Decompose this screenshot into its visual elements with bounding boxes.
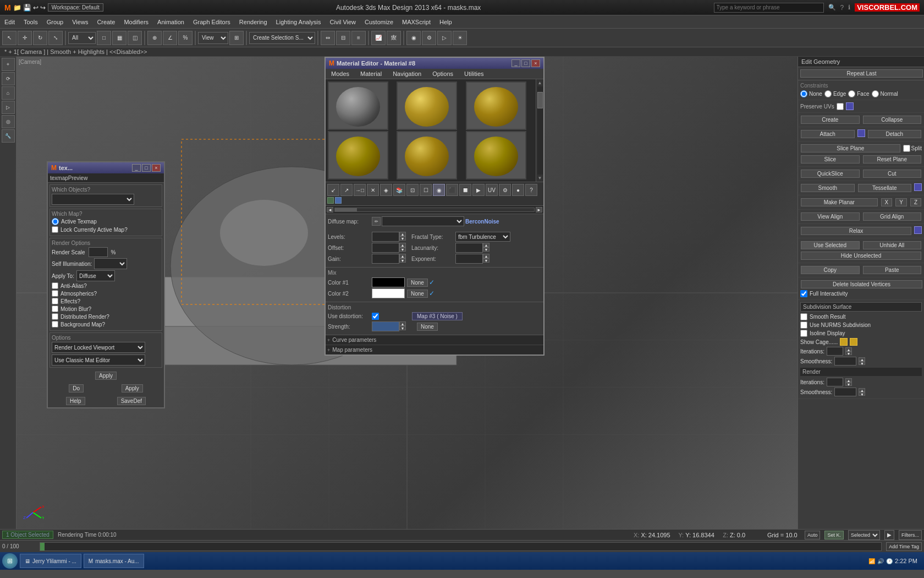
mat-select-by[interactable]: ⊡ — [406, 184, 419, 196]
constraint-face-radio[interactable] — [848, 90, 855, 97]
tex-render-scale-input[interactable]: 100 — [89, 247, 108, 257]
iter-up[interactable]: ▲ — [845, 347, 852, 351]
info-icon[interactable]: ℹ — [848, 4, 850, 11]
mat-spheres-scrollbar[interactable]: ▲ ▼ — [536, 79, 543, 182]
slice-plane-btn[interactable]: Slice Plane — [801, 144, 900, 152]
selected-mode-select[interactable]: Selected — [848, 530, 880, 540]
repeat-last-btn[interactable]: Repeat Last — [800, 69, 923, 78]
detach-btn[interactable]: Detach — [868, 130, 922, 138]
render-iter-down[interactable]: ▼ — [845, 382, 852, 386]
tex-help-btn[interactable]: Help — [66, 397, 85, 405]
render-iter-up[interactable]: ▲ — [845, 378, 852, 382]
add-time-tag-btn[interactable]: Add Time Tag — [886, 542, 922, 551]
smooth-result-check[interactable] — [800, 313, 807, 320]
diffuse-eyedropper[interactable]: ✏ — [372, 217, 381, 226]
iter-down[interactable]: ▼ — [845, 351, 852, 355]
set-key-btn[interactable]: Set K. — [824, 531, 844, 539]
cut-btn[interactable]: Cut — [863, 170, 922, 178]
schematic-btn[interactable]: 🕸 — [387, 31, 401, 45]
snap-3d[interactable]: ⊕ — [147, 31, 162, 45]
auto-key-btn[interactable]: Auto — [805, 531, 821, 539]
color2-swatch[interactable] — [372, 288, 405, 298]
x-btn[interactable]: X — [881, 198, 893, 206]
create-btn[interactable]: Create — [801, 116, 860, 124]
menu-modifiers[interactable]: Modifiers — [119, 18, 153, 26]
constraint-none-radio[interactable] — [800, 90, 807, 97]
tex-panel-minimize[interactable]: _ — [132, 164, 141, 172]
y-btn[interactable]: Y — [895, 198, 907, 206]
smooth-btn[interactable]: Smooth — [801, 184, 855, 192]
tex-apply-btn[interactable]: Apply — [95, 372, 117, 380]
gain-input[interactable]: 5.0 — [372, 254, 399, 264]
select-btn[interactable]: □ — [97, 31, 111, 45]
lacunarity-down[interactable]: ▼ — [483, 247, 490, 252]
menu-create[interactable]: Create — [92, 18, 119, 26]
mat-clear[interactable]: ☐ — [420, 184, 432, 196]
mirror-btn[interactable]: ⇔ — [321, 31, 335, 45]
diffuse-map-select[interactable]: Map #1 — [382, 216, 464, 226]
menu-animation[interactable]: Animation — [153, 18, 189, 26]
mat-editor-minimize[interactable]: _ — [512, 59, 520, 67]
tex-distributed-render-check[interactable] — [52, 313, 58, 320]
workspace-selector[interactable]: Workspace: Default — [48, 3, 103, 12]
tex-atmospherics-check[interactable] — [52, 290, 58, 297]
exponent-spinner[interactable]: ▲ ▼ — [483, 254, 490, 264]
mat-editor-restore[interactable]: □ — [521, 59, 530, 67]
render-smoothness-input[interactable]: 1.0 — [834, 388, 856, 396]
mat-sphere-5[interactable] — [397, 131, 457, 179]
offset-input[interactable]: 0.0 — [372, 243, 399, 253]
strength-spinner[interactable]: ▲ ▼ — [399, 321, 406, 331]
use-distortion-check[interactable] — [372, 313, 379, 320]
use-selected-btn[interactable]: Use Selected — [801, 241, 860, 249]
mat-scroll-up[interactable]: ▲ — [538, 80, 542, 85]
menu-group[interactable]: Group — [42, 18, 68, 26]
levels-input[interactable]: 3.0 — [372, 232, 399, 242]
mat-nav-left[interactable]: ◄ — [327, 207, 333, 212]
smooth-down[interactable]: ▼ — [859, 361, 865, 365]
mat-sphere-2[interactable] — [397, 81, 457, 130]
help-icon[interactable]: ? — [840, 4, 844, 12]
relax-btn[interactable]: Relax — [801, 227, 911, 235]
color2-check[interactable]: ✓ — [429, 290, 435, 297]
mat-get-material[interactable]: ↙ — [327, 184, 339, 196]
mat-make-unique[interactable]: ◈ — [380, 184, 392, 196]
render-smooth-down[interactable]: ▼ — [859, 392, 865, 396]
tex-apply-to-select[interactable]: Diffuse — [76, 270, 115, 281]
mat-options[interactable]: ⚙ — [499, 184, 511, 196]
gain-down[interactable]: ▼ — [399, 258, 406, 263]
show-cage-color1[interactable] — [840, 338, 848, 346]
mat-reset[interactable]: ✕ — [367, 184, 379, 196]
use-nurms-row[interactable]: Use NURMS Subdivision — [800, 321, 922, 329]
filter-select[interactable]: All — [68, 32, 96, 44]
tex-savedef-btn[interactable]: SaveDef — [117, 397, 146, 405]
iterations-display-spinner[interactable]: ▲ ▼ — [845, 347, 852, 355]
isoline-display-row[interactable]: Isoline Display — [800, 330, 922, 337]
tex-motion-blur-check[interactable] — [52, 306, 58, 312]
motion-btn[interactable]: ▷ — [2, 101, 15, 114]
color2-none-btn[interactable]: None — [407, 290, 428, 298]
curve-expand-btn[interactable]: + — [327, 337, 330, 343]
slice-btn[interactable]: Slice — [801, 155, 860, 163]
tex-objects-select[interactable]: All Visible — [52, 194, 134, 205]
mat-menu-navigation[interactable]: Navigation — [387, 69, 427, 79]
mat-put-to-lib[interactable]: 📚 — [393, 184, 405, 196]
mat-show-map[interactable]: ◉ — [433, 184, 445, 196]
mat-assign[interactable]: →□ — [354, 184, 366, 196]
select-tool[interactable]: ↖ — [2, 31, 16, 45]
smooth-up[interactable]: ▲ — [859, 357, 865, 361]
tessellate-btn[interactable]: Tessellate — [858, 184, 912, 192]
quickslice-btn[interactable]: QuickSlice — [801, 170, 860, 178]
angle-snap[interactable]: ∠ — [163, 31, 177, 45]
lacunarity-up[interactable]: ▲ — [483, 243, 490, 247]
utilities-btn[interactable]: 🔧 — [2, 129, 15, 143]
smoothness-display-input[interactable]: 1.0 — [834, 357, 856, 366]
tex-active-texmap-radio[interactable] — [52, 218, 59, 225]
z-btn[interactable]: Z — [910, 198, 921, 206]
align-btn[interactable]: ⊟ — [336, 31, 350, 45]
show-cage-color2[interactable] — [850, 338, 857, 346]
hierarchy-btn[interactable]: ⌂ — [2, 86, 15, 100]
scale-tool[interactable]: ⤡ — [48, 31, 63, 45]
menu-views[interactable]: Views — [68, 18, 92, 26]
tex-antialias-check[interactable] — [52, 282, 58, 289]
material-btn[interactable]: ◉ — [406, 31, 421, 45]
